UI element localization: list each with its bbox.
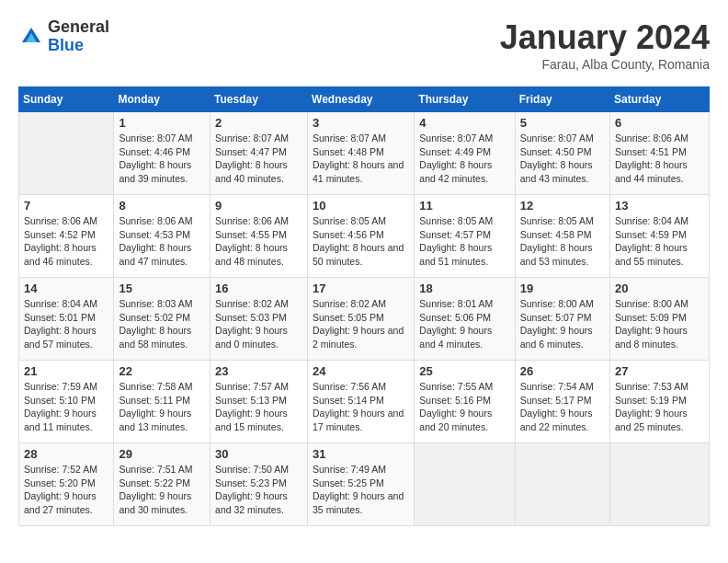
calendar-cell: 9Sunrise: 8:06 AMSunset: 4:55 PMDaylight… xyxy=(210,195,308,278)
calendar-cell: 13Sunrise: 8:04 AMSunset: 4:59 PMDayligh… xyxy=(610,195,710,278)
calendar-cell: 12Sunrise: 8:05 AMSunset: 4:58 PMDayligh… xyxy=(515,195,609,278)
header-thursday: Thursday xyxy=(415,87,515,112)
day-number: 1 xyxy=(119,116,205,130)
calendar-cell: 26Sunrise: 7:54 AMSunset: 5:17 PMDayligh… xyxy=(515,361,609,443)
cell-info: Sunrise: 7:52 AMSunset: 5:20 PMDaylight:… xyxy=(24,463,108,517)
day-number: 9 xyxy=(215,199,302,213)
cell-info: Sunrise: 8:03 AMSunset: 5:02 PMDaylight:… xyxy=(119,297,205,351)
calendar-table: Sunday Monday Tuesday Wednesday Thursday… xyxy=(18,86,710,526)
cell-info: Sunrise: 7:58 AMSunset: 5:11 PMDaylight:… xyxy=(119,380,205,434)
day-number: 6 xyxy=(615,116,704,130)
calendar-cell: 29Sunrise: 7:51 AMSunset: 5:22 PMDayligh… xyxy=(114,443,210,526)
day-number: 5 xyxy=(520,116,605,130)
day-number: 16 xyxy=(215,282,302,295)
cell-info: Sunrise: 8:05 AMSunset: 4:58 PMDaylight:… xyxy=(520,214,605,269)
calendar-cell: 6Sunrise: 8:06 AMSunset: 4:51 PMDaylight… xyxy=(610,112,710,195)
cell-info: Sunrise: 8:05 AMSunset: 4:56 PMDaylight:… xyxy=(313,214,409,269)
calendar-cell: 11Sunrise: 8:05 AMSunset: 4:57 PMDayligh… xyxy=(415,195,515,278)
cell-info: Sunrise: 8:05 AMSunset: 4:57 PMDaylight:… xyxy=(419,214,509,269)
cell-info: Sunrise: 7:53 AMSunset: 5:19 PMDaylight:… xyxy=(615,380,704,434)
day-number: 7 xyxy=(24,199,108,213)
day-number: 13 xyxy=(615,199,704,213)
cell-info: Sunrise: 8:07 AMSunset: 4:49 PMDaylight:… xyxy=(419,132,509,186)
calendar-cell: 24Sunrise: 7:56 AMSunset: 5:14 PMDayligh… xyxy=(308,361,415,443)
day-number: 22 xyxy=(119,364,205,378)
calendar-cell xyxy=(515,443,609,526)
day-number: 2 xyxy=(215,116,302,130)
cell-info: Sunrise: 8:04 AMSunset: 5:01 PMDaylight:… xyxy=(24,297,108,351)
cell-info: Sunrise: 8:00 AMSunset: 5:09 PMDaylight:… xyxy=(615,297,704,351)
day-number: 17 xyxy=(313,282,409,295)
day-number: 31 xyxy=(313,447,409,461)
calendar-cell: 10Sunrise: 8:05 AMSunset: 4:56 PMDayligh… xyxy=(308,195,415,278)
logo: General Blue xyxy=(18,18,109,55)
calendar-cell: 27Sunrise: 7:53 AMSunset: 5:19 PMDayligh… xyxy=(610,361,710,443)
day-number: 26 xyxy=(520,364,605,378)
day-number: 24 xyxy=(313,364,409,378)
cell-info: Sunrise: 7:56 AMSunset: 5:14 PMDaylight:… xyxy=(313,380,409,434)
calendar-cell: 17Sunrise: 8:02 AMSunset: 5:05 PMDayligh… xyxy=(308,278,415,361)
day-number: 20 xyxy=(615,282,704,295)
cell-info: Sunrise: 8:06 AMSunset: 4:52 PMDaylight:… xyxy=(24,214,108,269)
calendar-cell xyxy=(19,112,114,195)
cell-info: Sunrise: 8:02 AMSunset: 5:03 PMDaylight:… xyxy=(215,297,302,351)
cell-info: Sunrise: 8:07 AMSunset: 4:48 PMDaylight:… xyxy=(313,132,409,186)
cell-info: Sunrise: 7:51 AMSunset: 5:22 PMDaylight:… xyxy=(119,463,205,517)
day-number: 27 xyxy=(615,364,704,378)
calendar-header-row: Sunday Monday Tuesday Wednesday Thursday… xyxy=(19,87,710,112)
calendar-cell: 28Sunrise: 7:52 AMSunset: 5:20 PMDayligh… xyxy=(19,443,114,526)
day-number: 15 xyxy=(119,282,205,295)
day-number: 8 xyxy=(119,199,205,213)
header-tuesday: Tuesday xyxy=(210,87,308,112)
day-number: 23 xyxy=(215,364,302,378)
calendar-cell: 15Sunrise: 8:03 AMSunset: 5:02 PMDayligh… xyxy=(114,278,210,361)
cell-info: Sunrise: 7:57 AMSunset: 5:13 PMDaylight:… xyxy=(215,380,302,434)
cell-info: Sunrise: 8:02 AMSunset: 5:05 PMDaylight:… xyxy=(313,297,409,351)
location-subtitle: Farau, Alba County, Romania xyxy=(500,57,710,72)
calendar-cell: 3Sunrise: 8:07 AMSunset: 4:48 PMDaylight… xyxy=(308,112,415,195)
logo-general-text: General xyxy=(48,18,109,37)
header-sunday: Sunday xyxy=(19,87,114,112)
calendar-cell: 7Sunrise: 8:06 AMSunset: 4:52 PMDaylight… xyxy=(19,195,114,278)
month-title: January 2024 xyxy=(500,18,710,57)
cell-info: Sunrise: 8:06 AMSunset: 4:51 PMDaylight:… xyxy=(615,132,704,186)
calendar-cell: 1Sunrise: 8:07 AMSunset: 4:46 PMDaylight… xyxy=(114,112,210,195)
header-wednesday: Wednesday xyxy=(308,87,415,112)
calendar-cell: 16Sunrise: 8:02 AMSunset: 5:03 PMDayligh… xyxy=(210,278,308,361)
calendar-week-row: 21Sunrise: 7:59 AMSunset: 5:10 PMDayligh… xyxy=(19,361,710,443)
cell-info: Sunrise: 8:06 AMSunset: 4:55 PMDaylight:… xyxy=(215,214,302,269)
day-number: 4 xyxy=(419,116,509,130)
cell-info: Sunrise: 8:06 AMSunset: 4:53 PMDaylight:… xyxy=(119,214,205,269)
day-number: 25 xyxy=(419,364,509,378)
day-number: 28 xyxy=(24,447,108,461)
cell-info: Sunrise: 7:50 AMSunset: 5:23 PMDaylight:… xyxy=(215,463,302,517)
cell-info: Sunrise: 8:04 AMSunset: 4:59 PMDaylight:… xyxy=(615,214,704,269)
calendar-cell: 5Sunrise: 8:07 AMSunset: 4:50 PMDaylight… xyxy=(515,112,609,195)
calendar-week-row: 7Sunrise: 8:06 AMSunset: 4:52 PMDaylight… xyxy=(19,195,710,278)
header-monday: Monday xyxy=(114,87,210,112)
logo-icon xyxy=(18,24,44,50)
day-number: 14 xyxy=(24,282,108,295)
calendar-cell: 25Sunrise: 7:55 AMSunset: 5:16 PMDayligh… xyxy=(415,361,515,443)
calendar-cell: 18Sunrise: 8:01 AMSunset: 5:06 PMDayligh… xyxy=(415,278,515,361)
calendar-cell: 19Sunrise: 8:00 AMSunset: 5:07 PMDayligh… xyxy=(515,278,609,361)
calendar-week-row: 14Sunrise: 8:04 AMSunset: 5:01 PMDayligh… xyxy=(19,278,710,361)
calendar-week-row: 28Sunrise: 7:52 AMSunset: 5:20 PMDayligh… xyxy=(19,443,710,526)
day-number: 12 xyxy=(520,199,605,213)
calendar-cell: 8Sunrise: 8:06 AMSunset: 4:53 PMDaylight… xyxy=(114,195,210,278)
cell-info: Sunrise: 8:00 AMSunset: 5:07 PMDaylight:… xyxy=(520,297,605,351)
day-number: 19 xyxy=(520,282,605,295)
day-number: 11 xyxy=(419,199,509,213)
calendar-cell: 23Sunrise: 7:57 AMSunset: 5:13 PMDayligh… xyxy=(210,361,308,443)
calendar-cell: 4Sunrise: 8:07 AMSunset: 4:49 PMDaylight… xyxy=(415,112,515,195)
cell-info: Sunrise: 8:07 AMSunset: 4:50 PMDaylight:… xyxy=(520,132,605,186)
page-header: General Blue January 2024 Farau, Alba Co… xyxy=(18,18,710,72)
calendar-cell: 22Sunrise: 7:58 AMSunset: 5:11 PMDayligh… xyxy=(114,361,210,443)
header-saturday: Saturday xyxy=(610,87,710,112)
cell-info: Sunrise: 7:49 AMSunset: 5:25 PMDaylight:… xyxy=(313,463,409,517)
cell-info: Sunrise: 8:01 AMSunset: 5:06 PMDaylight:… xyxy=(419,297,509,351)
title-block: January 2024 Farau, Alba County, Romania xyxy=(500,18,710,72)
day-number: 29 xyxy=(119,447,205,461)
calendar-cell: 20Sunrise: 8:00 AMSunset: 5:09 PMDayligh… xyxy=(610,278,710,361)
calendar-cell: 30Sunrise: 7:50 AMSunset: 5:23 PMDayligh… xyxy=(210,443,308,526)
